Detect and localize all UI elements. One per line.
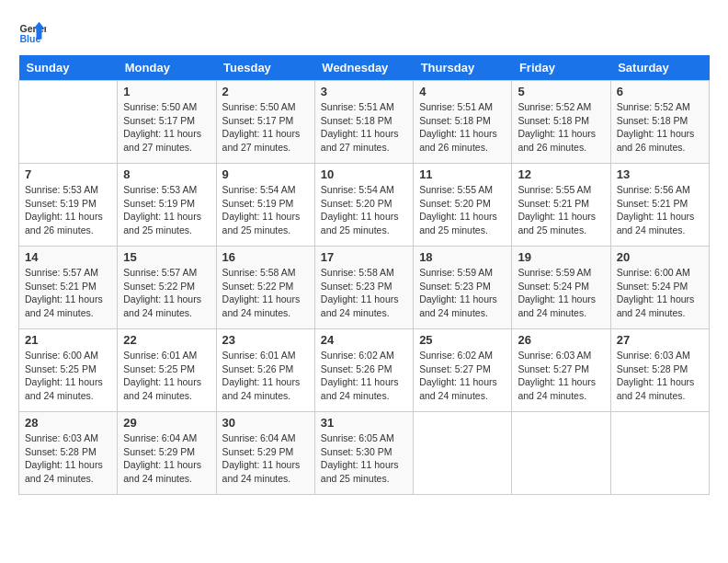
- calendar-cell: 19 Sunrise: 5:59 AMSunset: 5:24 PMDaylig…: [512, 247, 610, 329]
- calendar-cell: 2 Sunrise: 5:50 AMSunset: 5:17 PMDayligh…: [216, 81, 314, 164]
- day-info: Sunrise: 5:59 AMSunset: 5:24 PMDaylight:…: [518, 266, 604, 320]
- week-row-1: 1 Sunrise: 5:50 AMSunset: 5:17 PMDayligh…: [19, 81, 710, 164]
- calendar-cell: 14 Sunrise: 5:57 AMSunset: 5:21 PMDaylig…: [19, 247, 118, 329]
- header-tuesday: Tuesday: [216, 55, 314, 81]
- calendar-cell: [19, 81, 118, 164]
- calendar-cell: 7 Sunrise: 5:53 AMSunset: 5:19 PMDayligh…: [19, 164, 118, 247]
- day-number: 7: [25, 167, 111, 181]
- header-monday: Monday: [118, 55, 216, 81]
- day-number: 12: [518, 167, 604, 181]
- day-number: 13: [617, 167, 703, 181]
- calendar-header: SundayMondayTuesdayWednesdayThursdayFrid…: [19, 55, 710, 81]
- day-number: 6: [617, 85, 703, 98]
- week-row-5: 28 Sunrise: 6:03 AMSunset: 5:28 PMDaylig…: [19, 412, 710, 495]
- day-info: Sunrise: 5:50 AMSunset: 5:17 PMDaylight:…: [123, 100, 210, 155]
- day-info: Sunrise: 5:55 AMSunset: 5:20 PMDaylight:…: [419, 183, 506, 237]
- day-number: 31: [321, 416, 407, 430]
- day-info: Sunrise: 6:03 AMSunset: 5:27 PMDaylight:…: [518, 349, 604, 403]
- calendar-cell: 16 Sunrise: 5:58 AMSunset: 5:22 PMDaylig…: [216, 247, 314, 329]
- calendar-cell: [610, 412, 709, 495]
- logo: General Blue: [18, 18, 50, 46]
- day-info: Sunrise: 5:55 AMSunset: 5:21 PMDaylight:…: [518, 183, 604, 237]
- day-number: 26: [518, 333, 604, 347]
- day-info: Sunrise: 5:56 AMSunset: 5:21 PMDaylight:…: [617, 183, 703, 237]
- day-info: Sunrise: 5:51 AMSunset: 5:18 PMDaylight:…: [419, 100, 506, 155]
- header-saturday: Saturday: [610, 55, 709, 81]
- day-info: Sunrise: 6:00 AMSunset: 5:24 PMDaylight:…: [617, 266, 703, 320]
- day-number: 18: [419, 250, 506, 264]
- calendar-cell: 12 Sunrise: 5:55 AMSunset: 5:21 PMDaylig…: [512, 164, 610, 247]
- calendar-cell: 25 Sunrise: 6:02 AMSunset: 5:27 PMDaylig…: [414, 329, 512, 412]
- header-thursday: Thursday: [414, 55, 512, 81]
- calendar-cell: 26 Sunrise: 6:03 AMSunset: 5:27 PMDaylig…: [512, 329, 610, 412]
- calendar-cell: 4 Sunrise: 5:51 AMSunset: 5:18 PMDayligh…: [414, 81, 512, 164]
- header-friday: Friday: [512, 55, 610, 81]
- calendar-cell: 22 Sunrise: 6:01 AMSunset: 5:25 PMDaylig…: [118, 329, 216, 412]
- calendar-cell: 21 Sunrise: 6:00 AMSunset: 5:25 PMDaylig…: [19, 329, 118, 412]
- calendar-cell: [414, 412, 512, 495]
- day-info: Sunrise: 5:52 AMSunset: 5:18 PMDaylight:…: [518, 100, 604, 155]
- day-number: 4: [419, 85, 506, 98]
- day-number: 23: [222, 333, 309, 347]
- calendar-cell: 15 Sunrise: 5:57 AMSunset: 5:22 PMDaylig…: [118, 247, 216, 329]
- header-wednesday: Wednesday: [314, 55, 413, 81]
- day-number: 27: [617, 333, 703, 347]
- day-info: Sunrise: 6:00 AMSunset: 5:25 PMDaylight:…: [25, 349, 111, 403]
- day-number: 22: [123, 333, 210, 347]
- day-number: 28: [25, 416, 111, 430]
- calendar-cell: 31 Sunrise: 6:05 AMSunset: 5:30 PMDaylig…: [314, 412, 413, 495]
- day-info: Sunrise: 6:04 AMSunset: 5:29 PMDaylight:…: [222, 431, 309, 486]
- calendar-cell: 8 Sunrise: 5:53 AMSunset: 5:19 PMDayligh…: [118, 164, 216, 247]
- day-info: Sunrise: 5:53 AMSunset: 5:19 PMDaylight:…: [123, 183, 210, 237]
- calendar-cell: [512, 412, 610, 495]
- day-info: Sunrise: 6:01 AMSunset: 5:25 PMDaylight:…: [123, 349, 210, 403]
- day-info: Sunrise: 5:57 AMSunset: 5:21 PMDaylight:…: [25, 266, 111, 320]
- day-info: Sunrise: 6:03 AMSunset: 5:28 PMDaylight:…: [25, 431, 111, 486]
- day-number: 25: [419, 333, 506, 347]
- day-info: Sunrise: 5:58 AMSunset: 5:23 PMDaylight:…: [321, 266, 407, 320]
- calendar-body: 1 Sunrise: 5:50 AMSunset: 5:17 PMDayligh…: [19, 81, 710, 495]
- day-info: Sunrise: 6:03 AMSunset: 5:28 PMDaylight:…: [617, 349, 703, 403]
- calendar-cell: 18 Sunrise: 5:59 AMSunset: 5:23 PMDaylig…: [414, 247, 512, 329]
- calendar-cell: 1 Sunrise: 5:50 AMSunset: 5:17 PMDayligh…: [118, 81, 216, 164]
- header-sunday: Sunday: [19, 55, 118, 81]
- day-number: 2: [222, 85, 309, 98]
- day-info: Sunrise: 6:04 AMSunset: 5:29 PMDaylight:…: [123, 431, 210, 486]
- logo-icon: General Blue: [18, 18, 46, 46]
- day-info: Sunrise: 5:53 AMSunset: 5:19 PMDaylight:…: [25, 183, 111, 237]
- day-number: 10: [321, 167, 407, 181]
- day-number: 15: [123, 250, 210, 264]
- day-info: Sunrise: 5:54 AMSunset: 5:20 PMDaylight:…: [321, 183, 407, 237]
- day-info: Sunrise: 5:52 AMSunset: 5:18 PMDaylight:…: [617, 100, 703, 155]
- calendar-cell: 23 Sunrise: 6:01 AMSunset: 5:26 PMDaylig…: [216, 329, 314, 412]
- calendar-cell: 17 Sunrise: 5:58 AMSunset: 5:23 PMDaylig…: [314, 247, 413, 329]
- day-info: Sunrise: 5:54 AMSunset: 5:19 PMDaylight:…: [222, 183, 309, 237]
- day-info: Sunrise: 6:01 AMSunset: 5:26 PMDaylight:…: [222, 349, 309, 403]
- calendar-cell: 13 Sunrise: 5:56 AMSunset: 5:21 PMDaylig…: [610, 164, 709, 247]
- calendar-cell: 9 Sunrise: 5:54 AMSunset: 5:19 PMDayligh…: [216, 164, 314, 247]
- day-info: Sunrise: 6:02 AMSunset: 5:27 PMDaylight:…: [419, 349, 506, 403]
- calendar-cell: 29 Sunrise: 6:04 AMSunset: 5:29 PMDaylig…: [118, 412, 216, 495]
- day-number: 3: [321, 85, 407, 98]
- day-number: 20: [617, 250, 703, 264]
- calendar-cell: 10 Sunrise: 5:54 AMSunset: 5:20 PMDaylig…: [314, 164, 413, 247]
- calendar-cell: 5 Sunrise: 5:52 AMSunset: 5:18 PMDayligh…: [512, 81, 610, 164]
- calendar-cell: 24 Sunrise: 6:02 AMSunset: 5:26 PMDaylig…: [314, 329, 413, 412]
- day-number: 19: [518, 250, 604, 264]
- day-number: 21: [25, 333, 111, 347]
- calendar-cell: 30 Sunrise: 6:04 AMSunset: 5:29 PMDaylig…: [216, 412, 314, 495]
- week-row-4: 21 Sunrise: 6:00 AMSunset: 5:25 PMDaylig…: [19, 329, 710, 412]
- day-info: Sunrise: 5:57 AMSunset: 5:22 PMDaylight:…: [123, 266, 210, 320]
- day-number: 17: [321, 250, 407, 264]
- day-number: 5: [518, 85, 604, 98]
- week-row-3: 14 Sunrise: 5:57 AMSunset: 5:21 PMDaylig…: [19, 247, 710, 329]
- day-number: 11: [419, 167, 506, 181]
- day-number: 16: [222, 250, 309, 264]
- day-number: 30: [222, 416, 309, 430]
- header: General Blue: [18, 18, 710, 46]
- day-info: Sunrise: 5:50 AMSunset: 5:17 PMDaylight:…: [222, 100, 309, 155]
- day-number: 1: [123, 85, 210, 98]
- day-info: Sunrise: 5:59 AMSunset: 5:23 PMDaylight:…: [419, 266, 506, 320]
- day-number: 24: [321, 333, 407, 347]
- calendar-cell: 3 Sunrise: 5:51 AMSunset: 5:18 PMDayligh…: [314, 81, 413, 164]
